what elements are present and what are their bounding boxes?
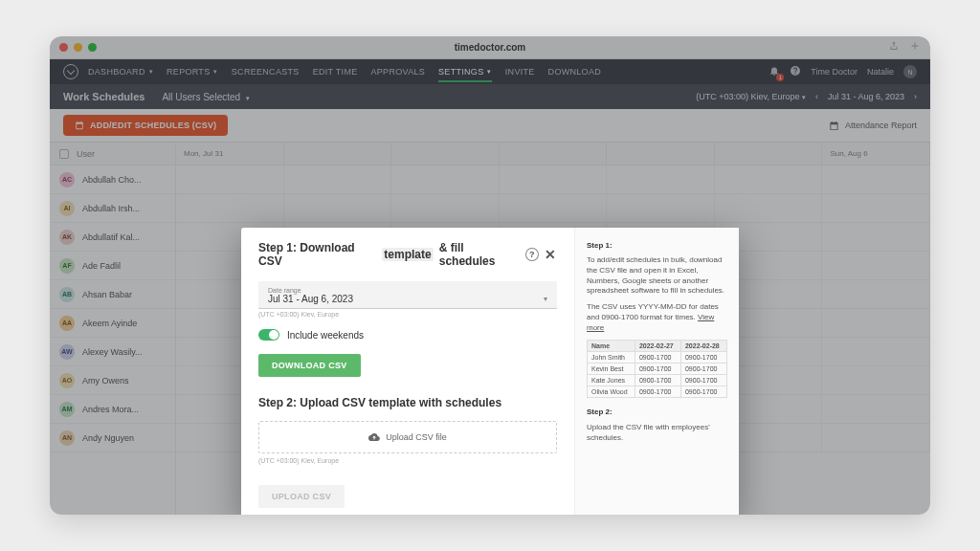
download-csv-button[interactable]: DOWNLOAD CSV — [258, 354, 361, 377]
modal-step1-title: Step 1: Download CSV template & fill sch… — [258, 241, 557, 268]
timezone-note-2: (UTC +03:00) Kiev, Europe — [258, 457, 557, 464]
modal-step2-title: Step 2: Upload CSV template with schedul… — [258, 396, 557, 409]
timezone-note: (UTC +03:00) Kiev, Europe — [258, 311, 557, 318]
browser-window: timedoctor.com DASHBOARD▾ REPORTS▾ SCREE… — [50, 36, 930, 515]
date-range-select[interactable]: Date range Jul 31 - Aug 6, 2023▾ — [258, 281, 557, 309]
help-icon[interactable]: ? — [525, 248, 539, 261]
example-table: Name2022-02-272022-02-28 John Smith0900-… — [587, 340, 727, 398]
close-icon[interactable]: ✕ — [545, 248, 557, 261]
upload-csv-button[interactable]: UPLOAD CSV — [258, 485, 345, 508]
toggle-switch[interactable] — [258, 329, 279, 341]
modal-help-panel: Step 1: To add/edit schedules in bulk, d… — [574, 228, 739, 515]
csv-schedule-modal: Step 1: Download CSV template & fill sch… — [241, 228, 739, 515]
upload-dropzone[interactable]: Upload CSV file — [258, 421, 557, 453]
chevron-down-icon: ▾ — [544, 295, 547, 303]
include-weekends-toggle[interactable]: Include weekends — [258, 329, 557, 341]
